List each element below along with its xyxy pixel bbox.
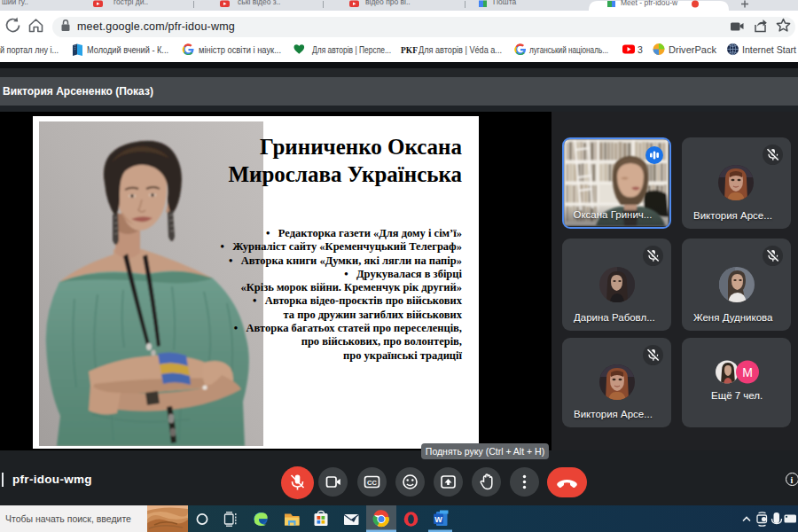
svg-text:DriverPack: DriverPack — [669, 44, 717, 55]
svg-text:ські відео з..: ські відео з.. — [238, 0, 280, 6]
svg-text:Internet Start: Internet Start — [742, 44, 796, 55]
svg-text:ший гу..: ший гу.. — [2, 0, 28, 6]
svg-text:Meet - pfr-idou-w: Meet - pfr-idou-w — [621, 0, 678, 7]
svg-text:Молодий вчений - К...: Молодий вчений - К... — [87, 44, 168, 55]
svg-text:Для авторів | Véda a...: Для авторів | Véda a... — [419, 44, 502, 55]
svg-text:3: 3 — [638, 44, 643, 55]
svg-text:Пошта: Пошта — [493, 0, 516, 6]
svg-text:гострі ди..: гострі ди.. — [113, 0, 148, 6]
svg-text:Для авторів | Перспе...: Для авторів | Перспе... — [312, 44, 391, 55]
svg-text:луганський національ...: луганський національ... — [529, 44, 608, 55]
svg-text:міністр освіти і наук...: міністр освіти і наук... — [199, 44, 281, 55]
svg-text:PKF: PKF — [401, 46, 418, 55]
svg-text:M: M — [742, 365, 753, 379]
svg-text:відео про ві..: відео про ві.. — [365, 0, 411, 6]
svg-text:CC: CC — [367, 479, 377, 487]
svg-text:й портал лну і...: й портал лну і... — [0, 44, 59, 55]
